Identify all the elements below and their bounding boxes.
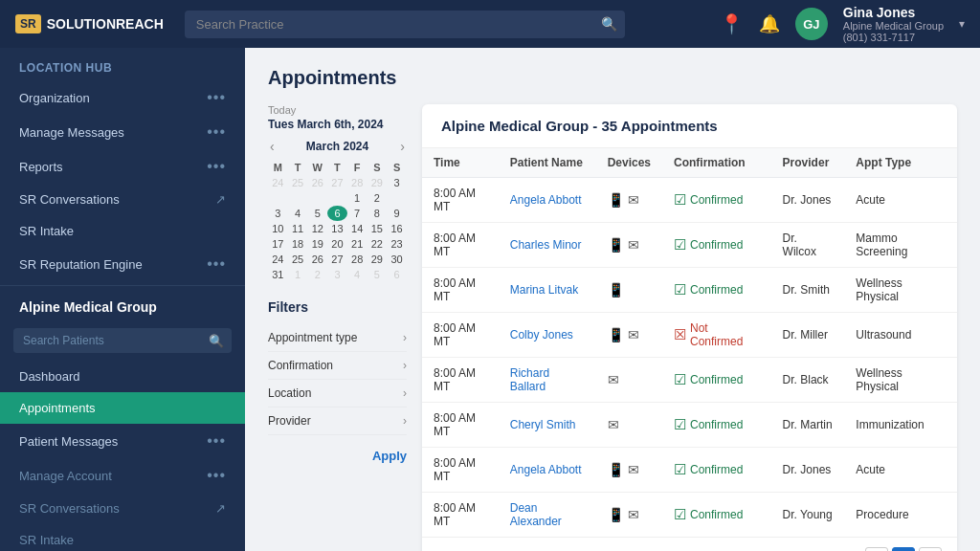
calendar-day[interactable]: 6: [387, 267, 407, 282]
cell-patient[interactable]: Angela Abbott: [499, 178, 596, 223]
calendar-day[interactable]: 28: [347, 175, 368, 190]
apply-filters-button[interactable]: Apply: [372, 449, 407, 463]
calendar-day[interactable]: 26: [307, 252, 327, 267]
sidebar-item-reports[interactable]: Reports •••: [0, 149, 245, 184]
table-row: 8:00 AM MTMarina Litvak📱☑ ConfirmedDr. S…: [422, 268, 957, 313]
cell-appt-type: Acute: [844, 448, 957, 493]
patient-link[interactable]: Richard Ballard: [510, 366, 549, 393]
sidebar-item-patient-messages[interactable]: Patient Messages •••: [0, 424, 245, 458]
sidebar-item-sr-intake[interactable]: SR Intake: [0, 215, 245, 247]
calendar-day[interactable]: 24: [268, 175, 288, 190]
filter-provider[interactable]: Provider ›: [268, 408, 407, 435]
calendar-day[interactable]: [307, 190, 327, 206]
calendar-day[interactable]: 9: [387, 206, 407, 221]
calendar-day[interactable]: 25: [288, 175, 308, 190]
chevron-down-icon[interactable]: ▾: [959, 17, 965, 31]
filter-location[interactable]: Location ›: [268, 380, 407, 408]
calendar-day[interactable]: 1: [347, 190, 368, 206]
bell-icon[interactable]: 🔔: [759, 13, 780, 34]
calendar-day[interactable]: 27: [327, 175, 347, 190]
calendar-day[interactable]: 3: [327, 267, 347, 282]
page-1-button[interactable]: 1: [892, 547, 915, 551]
sidebar-item-sr-conversations[interactable]: SR Conversations ↗: [0, 184, 245, 215]
calendar-day[interactable]: 20: [327, 236, 347, 252]
sidebar-item-sr-reputation[interactable]: SR Reputation Engine •••: [0, 247, 245, 281]
calendar-day[interactable]: 22: [368, 236, 388, 252]
table-row: 8:00 AM MTCharles Minor📱✉☑ ConfirmedDr. …: [422, 223, 957, 268]
calendar-day[interactable]: 28: [347, 252, 368, 267]
calendar-day[interactable]: 3: [268, 206, 288, 221]
calendar-day[interactable]: 21: [347, 236, 368, 252]
patient-link[interactable]: Charles Minor: [510, 238, 582, 252]
calendar-day[interactable]: 31: [268, 267, 288, 282]
cell-devices: ✉: [596, 358, 662, 403]
cell-appt-type: Acute: [844, 178, 957, 223]
sidebar-item-manage-messages[interactable]: Manage Messages •••: [0, 115, 245, 149]
calendar-day[interactable]: 14: [347, 221, 368, 236]
sidebar-item-manage-account[interactable]: Manage Account •••: [0, 458, 245, 493]
calendar-day[interactable]: [387, 190, 407, 206]
cal-next-button[interactable]: ›: [398, 139, 407, 154]
page-next-button[interactable]: ›: [919, 547, 942, 551]
search-input[interactable]: [185, 11, 625, 38]
cell-patient[interactable]: Dean Alexander: [499, 493, 596, 538]
cell-patient[interactable]: Angela Abbott: [499, 448, 596, 493]
calendar-day[interactable]: 18: [288, 236, 308, 252]
calendar-day[interactable]: 17: [268, 236, 288, 252]
calendar-day[interactable]: 29: [368, 252, 388, 267]
sidebar-item-appointments[interactable]: Appointments: [0, 392, 245, 424]
calendar-day[interactable]: 2: [307, 267, 327, 282]
location-pin-icon[interactable]: 📍: [720, 12, 744, 35]
calendar-day[interactable]: [288, 190, 308, 206]
cell-patient[interactable]: Colby Jones: [499, 313, 596, 358]
sidebar-item-organization[interactable]: Organization •••: [0, 80, 245, 115]
patient-link[interactable]: Marina Litvak: [510, 283, 578, 297]
calendar-day[interactable]: 4: [347, 267, 368, 282]
patient-link[interactable]: Cheryl Smith: [510, 418, 576, 431]
filter-confirmation[interactable]: Confirmation ›: [268, 352, 407, 380]
patient-link[interactable]: Colby Jones: [510, 328, 573, 342]
calendar-day[interactable]: 13: [327, 221, 347, 236]
calendar-day[interactable]: 7: [347, 206, 368, 221]
calendar-day[interactable]: 8: [368, 206, 388, 221]
calendar-day[interactable]: 27: [327, 252, 347, 267]
sidebar-item-sr-intake-sub[interactable]: SR Intake: [0, 524, 245, 551]
cell-patient[interactable]: Marina Litvak: [499, 268, 596, 313]
search-patients-input[interactable]: [13, 328, 232, 353]
calendar-day[interactable]: 2: [368, 190, 388, 206]
table-row: 8:00 AM MTRichard Ballard✉☑ ConfirmedDr.…: [422, 358, 957, 403]
calendar-day[interactable]: 24: [268, 252, 288, 267]
sidebar-item-dashboard[interactable]: Dashboard: [0, 361, 245, 392]
sidebar-item-sr-conversations-sub[interactable]: SR Conversations ↗: [0, 493, 245, 524]
calendar-day[interactable]: 5: [368, 267, 388, 282]
patient-link[interactable]: Dean Alexander: [510, 501, 562, 528]
calendar-day[interactable]: 19: [307, 236, 327, 252]
calendar-day[interactable]: 25: [288, 252, 308, 267]
cell-patient[interactable]: Charles Minor: [499, 223, 596, 268]
cell-patient[interactable]: Richard Ballard: [499, 358, 596, 403]
cell-patient[interactable]: Cheryl Smith: [499, 403, 596, 448]
calendar-day[interactable]: 30: [387, 252, 407, 267]
cal-prev-button[interactable]: ‹: [268, 139, 277, 154]
calendar-day[interactable]: 15: [368, 221, 388, 236]
calendar-day[interactable]: 1: [288, 267, 308, 282]
calendar-day[interactable]: 10: [268, 221, 288, 236]
calendar-day[interactable]: 29: [368, 175, 388, 190]
calendar-day[interactable]: 11: [288, 221, 308, 236]
avatar[interactable]: GJ: [795, 8, 828, 40]
calendar-day[interactable]: 4: [288, 206, 308, 221]
calendar-day[interactable]: 12: [307, 221, 327, 236]
calendar-day[interactable]: [327, 190, 347, 206]
patient-link[interactable]: Angela Abbott: [510, 193, 582, 207]
calendar-day[interactable]: 3: [387, 175, 407, 190]
calendar-day[interactable]: 6: [327, 206, 347, 221]
calendar-day[interactable]: 26: [307, 175, 327, 190]
filter-appointment-type[interactable]: Appointment type ›: [268, 324, 407, 352]
calendar-day[interactable]: [268, 190, 288, 206]
calendar-day[interactable]: 23: [387, 236, 407, 252]
calendar-day[interactable]: 16: [387, 221, 407, 236]
calendar-day[interactable]: 5: [307, 206, 327, 221]
page-prev-button[interactable]: ‹: [865, 547, 888, 551]
filters-title: Filters: [268, 299, 407, 315]
patient-link[interactable]: Angela Abbott: [510, 463, 582, 476]
